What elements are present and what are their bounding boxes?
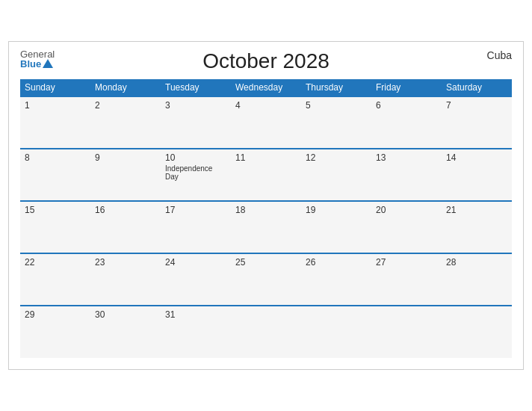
day-number: 14: [446, 152, 507, 163]
header-tuesday: Tuesday: [161, 79, 231, 96]
calendar-day-cell: 8: [20, 149, 90, 201]
day-number: 3: [165, 100, 226, 111]
day-number: 30: [95, 309, 156, 320]
day-number: 1: [25, 100, 86, 111]
day-number: 19: [306, 205, 367, 215]
day-number: 20: [376, 205, 437, 215]
calendar-day-cell: 6: [371, 96, 442, 149]
day-number: 17: [165, 205, 226, 215]
calendar-header: General Blue October 2028 Cuba: [20, 49, 512, 73]
day-number: 9: [95, 152, 156, 163]
day-number: 8: [25, 152, 86, 163]
calendar-day-cell: 28: [442, 253, 512, 306]
day-number: 13: [376, 152, 437, 163]
day-number: 26: [306, 257, 367, 268]
day-number: 2: [95, 100, 156, 111]
calendar-day-cell: 25: [231, 253, 301, 306]
logo-triangle-icon: [43, 59, 53, 68]
header-thursday: Thursday: [301, 79, 371, 96]
event-label: Independence Day: [165, 164, 226, 181]
header-wednesday: Wednesday: [231, 79, 301, 96]
weekday-header-row: Sunday Monday Tuesday Wednesday Thursday…: [20, 79, 512, 96]
calendar-day-cell: 17: [161, 201, 231, 253]
calendar-day-cell: [442, 306, 512, 358]
calendar-week-row: 293031: [20, 306, 512, 358]
calendar-day-cell: 29: [20, 306, 90, 358]
day-number: 10: [165, 152, 226, 163]
day-number: 11: [235, 152, 297, 163]
day-number: 23: [95, 257, 156, 268]
day-number: 15: [25, 205, 86, 215]
calendar: General Blue October 2028 Cuba Sunday Mo…: [8, 41, 524, 370]
day-number: 24: [165, 257, 226, 268]
calendar-day-cell: 19: [301, 201, 371, 253]
day-number: 29: [25, 309, 86, 320]
calendar-day-cell: 2: [90, 96, 161, 149]
calendar-day-cell: [231, 306, 301, 358]
day-number: 4: [235, 100, 297, 111]
calendar-day-cell: 12: [301, 149, 371, 201]
day-number: 12: [306, 152, 367, 163]
calendar-day-cell: 16: [90, 201, 161, 253]
calendar-day-cell: 10Independence Day: [161, 149, 231, 201]
calendar-day-cell: 9: [90, 149, 161, 201]
calendar-day-cell: 5: [301, 96, 371, 149]
day-number: 31: [165, 309, 226, 320]
logo: General Blue: [20, 49, 55, 69]
day-number: 22: [25, 257, 86, 268]
calendar-day-cell: 30: [90, 306, 161, 358]
day-number: 25: [235, 257, 297, 268]
calendar-table: Sunday Monday Tuesday Wednesday Thursday…: [20, 79, 512, 358]
calendar-day-cell: 26: [301, 253, 371, 306]
calendar-day-cell: 11: [231, 149, 301, 201]
day-number: 16: [95, 205, 156, 215]
calendar-week-row: 15161718192021: [20, 201, 512, 253]
calendar-title: October 2028: [202, 49, 330, 73]
day-number: 6: [376, 100, 437, 111]
calendar-day-cell: 22: [20, 253, 90, 306]
header-saturday: Saturday: [442, 79, 512, 96]
day-number: 5: [306, 100, 367, 111]
calendar-week-row: 8910Independence Day11121314: [20, 149, 512, 201]
calendar-day-cell: 14: [442, 149, 512, 201]
calendar-day-cell: 4: [231, 96, 301, 149]
header-friday: Friday: [371, 79, 442, 96]
header-monday: Monday: [90, 79, 161, 96]
calendar-day-cell: 15: [20, 201, 90, 253]
calendar-day-cell: 18: [231, 201, 301, 253]
calendar-day-cell: [371, 306, 442, 358]
calendar-day-cell: 13: [371, 149, 442, 201]
logo-blue-text: Blue: [20, 59, 55, 69]
calendar-day-cell: 27: [371, 253, 442, 306]
header-sunday: Sunday: [20, 79, 90, 96]
calendar-day-cell: 1: [20, 96, 90, 149]
calendar-week-row: 1234567: [20, 96, 512, 149]
calendar-week-row: 22232425262728: [20, 253, 512, 306]
calendar-day-cell: 20: [371, 201, 442, 253]
calendar-day-cell: 23: [90, 253, 161, 306]
day-number: 7: [446, 100, 507, 111]
calendar-day-cell: 31: [161, 306, 231, 358]
day-number: 18: [235, 205, 297, 215]
country-label: Cuba: [487, 49, 512, 61]
day-number: 28: [446, 257, 507, 268]
calendar-day-cell: 7: [442, 96, 512, 149]
day-number: 21: [446, 205, 507, 215]
day-number: 27: [376, 257, 437, 268]
calendar-day-cell: 21: [442, 201, 512, 253]
calendar-day-cell: [301, 306, 371, 358]
calendar-day-cell: 24: [161, 253, 231, 306]
calendar-day-cell: 3: [161, 96, 231, 149]
